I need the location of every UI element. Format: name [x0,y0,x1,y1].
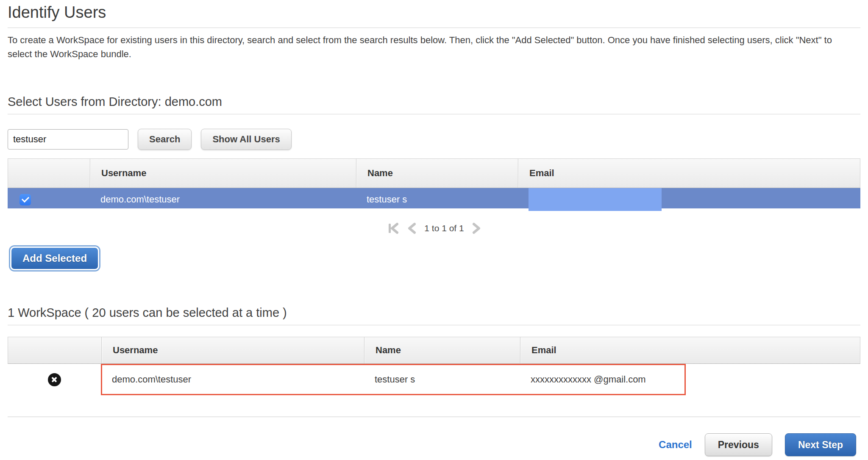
pagination: 1 to 1 of 1 [8,222,860,235]
wizard-footer: Cancel Previous Next Step [8,433,860,456]
selected-workspaces-table: Username Name Email demo.com\testuser te… [8,337,860,395]
username-cell: demo.com\testuser [89,188,356,211]
cancel-link[interactable]: Cancel [659,439,692,451]
email-column-header: Email [518,159,860,188]
identify-users-page: Identify Users To create a WorkSpace for… [0,0,868,460]
email-column-header: Email [520,337,860,363]
divider [8,416,860,417]
name-column-header: Name [356,159,518,188]
previous-page-icon[interactable] [406,222,417,235]
previous-button[interactable]: Previous [705,433,772,456]
remove-column-header [8,337,101,363]
row-checkbox-cell [8,188,89,211]
checked-checkbox-icon[interactable] [19,194,31,205]
next-step-button[interactable]: Next Step [785,433,856,456]
divider [8,114,860,114]
name-cell: testuser s [356,188,517,211]
checkbox-column-header [8,159,90,188]
directory-users-table: Username Name Email demo.com\testuser te… [8,158,860,208]
email-cell: xxxxxxxxxxxxx @gmail.com [520,364,860,395]
redacted-email-overlay [529,188,662,211]
username-column-header: Username [101,337,364,363]
workspaces-section-heading: 1 WorkSpace ( 20 users can be selected a… [8,306,860,320]
page-title: Identify Users [8,3,860,22]
divider [8,28,860,28]
pagination-range-label: 1 to 1 of 1 [424,223,464,233]
table-header-row: Username Name Email [8,158,860,188]
email-cell [517,188,860,211]
table-header-row: Username Name Email [8,337,860,364]
name-cell: testuser s [364,364,520,395]
remove-user-icon[interactable] [48,373,61,386]
username-cell: demo.com\testuser [101,364,364,395]
name-column-header: Name [364,337,520,363]
page-description: To create a WorkSpace for existing users… [8,33,853,61]
remove-cell [8,364,101,395]
first-page-icon[interactable] [386,222,400,235]
next-page-icon[interactable] [471,222,482,235]
divider [8,325,860,325]
add-selected-button[interactable]: Add Selected [10,247,99,270]
username-column-header: Username [90,159,356,188]
table-row: demo.com\testuser testuser s xxxxxxxxxxx… [8,364,860,395]
search-row: Search Show All Users [8,129,860,150]
show-all-users-button[interactable]: Show All Users [201,129,291,150]
directory-section-heading: Select Users from Directory: demo.com [8,95,860,109]
table-row-selected[interactable]: demo.com\testuser testuser s [8,188,860,208]
check-mark-icon [21,195,29,202]
search-button[interactable]: Search [138,129,192,150]
user-search-input[interactable] [8,129,128,150]
